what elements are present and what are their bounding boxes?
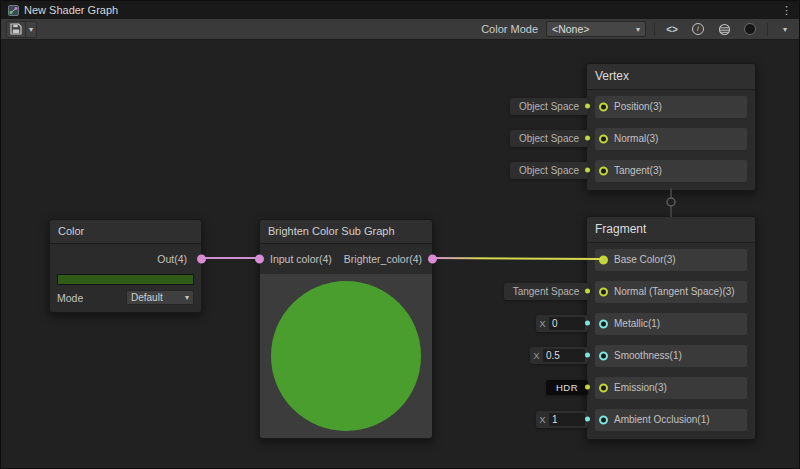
binding-label: Object Space [519,101,579,112]
emission-hdr-field[interactable]: HDR [546,380,588,395]
ambient-occlusion-value[interactable]: 1 [549,413,585,426]
graph-inspector-button[interactable]: i [689,21,707,38]
node-title: Brighten Color Sub Graph [260,220,432,244]
save-options-button[interactable]: ▾ [25,22,36,37]
shader-graph-icon [8,5,19,16]
blackboard-toggle-button[interactable] [741,21,759,38]
titlebar: New Shader Graph ⋮ [1,1,799,19]
kebab-menu-icon[interactable]: ⋮ [781,5,792,16]
slot-position: Position(3) [595,96,747,118]
binding-label: Object Space [519,165,579,176]
chevron-down-icon: ▾ [783,25,787,34]
port-ambient-occlusion[interactable] [599,416,608,425]
binding-label: Object Space [519,133,579,144]
binding-tangent-space[interactable]: Object Space [510,162,588,179]
x-axis-label: X [536,414,549,425]
binding-port-dot [585,353,590,358]
slot-ambient-occlusion: Ambient Occlusion(1) [595,409,747,431]
main-preview-button[interactable] [715,21,733,38]
port-color-out[interactable] [197,255,206,264]
color-mode-label: Color Mode [481,23,538,35]
binding-label: Tangent Space [513,286,580,297]
node-title: Fragment [587,217,755,243]
overflow-menu-button[interactable]: ▾ [776,21,794,38]
node-fragment[interactable]: Fragment Base Color(3) Normal (Tangent S… [586,216,756,440]
slot-emission: Emission(3) [595,377,747,399]
color-swatch[interactable] [57,274,194,285]
binding-port-dot [585,417,590,422]
save-icon [10,23,22,35]
node-brighten-color-subgraph[interactable]: Brighten Color Sub Graph Input color(4) … [259,219,433,439]
view-code-button[interactable]: <> [663,21,681,38]
toolbar-separator [654,23,655,36]
toolbar-separator [767,23,768,36]
slot-base-color: Base Color(3) [595,249,747,271]
port-tangent[interactable] [599,167,608,176]
color-out-row: Out(4) [50,244,201,274]
smoothness-value[interactable]: 0.5 [543,349,585,362]
port-metallic[interactable] [599,320,608,329]
window-title: New Shader Graph [24,4,118,16]
color-mode-row: Mode Default ▾ [57,290,194,305]
fragment-body: Base Color(3) Normal (Tangent Space)(3) … [587,243,755,439]
binding-port-dot [585,289,590,294]
hdr-label: HDR [556,382,578,393]
preview-sphere-icon [718,23,731,36]
binding-normal-tangent-space[interactable]: Tangent Space [504,283,588,300]
mode-value: Default [131,292,163,303]
preview-sphere [271,281,421,431]
node-title: Color [50,220,201,244]
save-button[interactable] [7,22,25,37]
binding-port-dot [585,104,590,109]
slot-normal: Normal(3) [595,128,747,150]
x-axis-label: X [530,350,543,361]
port-position[interactable] [599,103,608,112]
mode-label: Mode [57,292,83,304]
binding-port-dot [585,385,590,390]
port-smoothness[interactable] [599,352,608,361]
port-subgraph-input[interactable] [255,255,264,264]
port-subgraph-output[interactable] [428,255,437,264]
toolbar-right-group: Color Mode <None> ▾ <> i [481,21,794,38]
slot-smoothness: Smoothness(1) [595,345,747,367]
color-mode-dropdown[interactable]: <None> ▾ [546,21,646,37]
port-label: Out(4) [157,253,187,265]
port-normal[interactable] [599,135,608,144]
port-label: Input color(4) [270,253,332,265]
metallic-value[interactable]: 0 [549,317,585,330]
toolbar: ▾ Color Mode <None> ▾ <> i [1,19,799,40]
binding-port-dot [585,136,590,141]
shader-graph-window: New Shader Graph ⋮ ▾ Color Mode <None> ▾ [0,0,800,469]
circle-icon [744,23,756,35]
subgraph-port-row: Input color(4) Brighter_color(4) [260,244,432,274]
slot-metallic: Metallic(1) [595,313,747,335]
color-mode-select[interactable]: Default ▾ [126,290,194,305]
metallic-value-field[interactable]: X 0 [536,315,588,332]
node-vertex[interactable]: Vertex Position(3) Normal(3) Tangent(3) [586,63,756,191]
binding-port-dot [585,168,590,173]
x-axis-label: X [536,318,549,329]
port-normal-tangent-space[interactable] [599,288,608,297]
chevron-down-icon: ▾ [636,25,640,34]
port-emission[interactable] [599,384,608,393]
chevron-down-icon: ▾ [29,25,33,34]
chevron-down-icon: ▾ [185,293,189,302]
port-label: Brighter_color(4) [344,253,422,265]
node-preview [260,274,432,438]
color-mode-value: <None> [552,23,589,35]
save-button-group: ▾ [6,21,37,38]
ambient-occlusion-value-field[interactable]: X 1 [536,411,588,428]
slot-normal-tangent-space: Normal (Tangent Space)(3) [595,281,747,303]
node-color[interactable]: Color Out(4) Mode Default ▾ [49,219,202,313]
node-title: Vertex [587,64,755,90]
binding-position-space[interactable]: Object Space [510,98,588,115]
port-base-color[interactable] [599,256,608,265]
binding-normal-space[interactable]: Object Space [510,130,588,147]
binding-port-dot [585,321,590,326]
info-icon: i [692,23,704,35]
vertex-body: Position(3) Normal(3) Tangent(3) [587,90,755,190]
slot-tangent: Tangent(3) [595,160,747,182]
smoothness-value-field[interactable]: X 0.5 [530,347,588,364]
code-icon: <> [666,24,678,35]
